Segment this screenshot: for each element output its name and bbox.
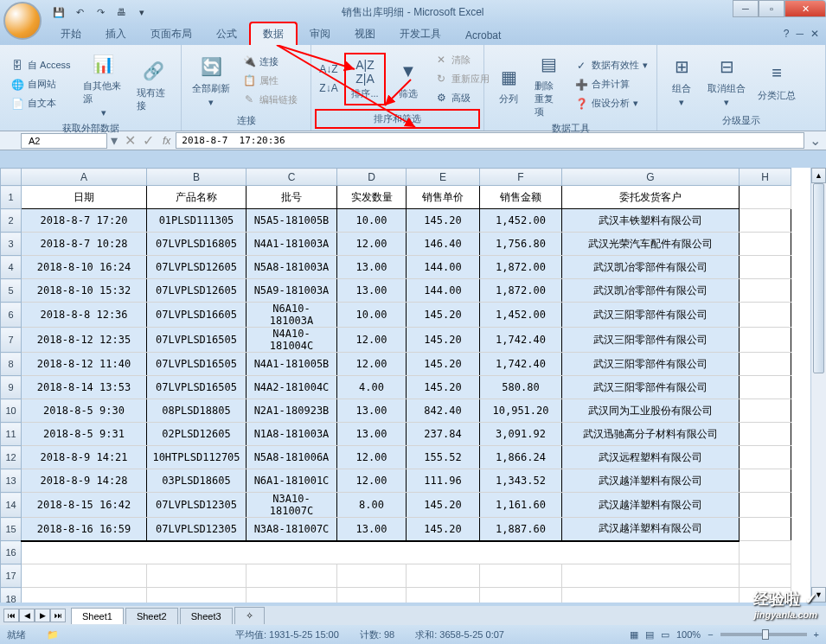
minimize-button[interactable]: ─ (733, 0, 759, 17)
zoom-in-button[interactable]: + (814, 629, 819, 640)
tab-home[interactable]: 开始 (48, 23, 93, 45)
editlink-icon: ✎ (242, 92, 256, 106)
tab-acrobat[interactable]: Acrobat (453, 26, 513, 45)
group-data-tools: 数据工具 (491, 120, 650, 137)
spreadsheet-grid[interactable]: A B C D E F G H 1 日期产品名称批号 实发数量销售单价销售金额 … (0, 168, 791, 603)
tab-nav-next[interactable]: ▶ (35, 609, 50, 622)
tab-formulas[interactable]: 公式 (204, 23, 249, 45)
help-icon[interactable]: ? (784, 28, 790, 40)
table-row[interactable]: 62018-8-8 12:3607LVPLSD16605N6A10-181003… (1, 303, 791, 328)
sort-az-button[interactable]: A↓Z (318, 61, 339, 78)
properties-button[interactable]: 📋属性 (239, 72, 301, 89)
maximize-button[interactable]: ▫ (759, 0, 784, 17)
data-validation-button[interactable]: ✓数据有效性 ▾ (571, 57, 651, 74)
tab-review[interactable]: 审阅 (298, 23, 343, 45)
existing-conn-button[interactable]: 🔗现有连接 (133, 55, 174, 114)
qat-more[interactable]: ▾ (133, 3, 150, 21)
tab-dev[interactable]: 开发工具 (387, 23, 453, 45)
table-row[interactable]: 42018-8-10 16:2407LVPLSD12605N5A8-181003… (1, 256, 791, 279)
scroll-thumb[interactable] (813, 183, 824, 373)
group-button[interactable]: ⊞组合▾ (664, 51, 699, 110)
col-header-C[interactable]: C (247, 169, 337, 186)
group-sort-filter: 排序和筛选 (315, 109, 480, 129)
col-header-G[interactable]: G (562, 169, 740, 186)
sort-button[interactable]: A|ZZ|A排序... (348, 56, 382, 102)
edit-links-button[interactable]: ✎编辑链接 (239, 91, 301, 108)
table-row[interactable]: 112018-8-5 9:3102PLSD12605N1A8-181003A13… (1, 423, 791, 446)
whatif-button[interactable]: ❓假设分析 ▾ (571, 95, 651, 112)
reapply-icon: ↻ (434, 72, 448, 86)
table-row[interactable]: 22018-8-7 17:2001PLSD111305N5A5-181005B1… (1, 209, 791, 233)
scroll-up-button[interactable]: ▲ (811, 168, 826, 183)
view-normal-icon[interactable]: ▦ (630, 629, 638, 641)
table-row[interactable]: 52018-8-10 15:3207LVPLSD12605N5A9-181003… (1, 279, 791, 303)
table-row[interactable]: 16 (1, 541, 791, 564)
filter-button[interactable]: ▼筛选 (391, 56, 426, 102)
qat-redo[interactable]: ↷ (92, 3, 109, 21)
col-header-H[interactable]: H (740, 169, 791, 186)
table-row[interactable]: 17 (1, 564, 791, 588)
table-row[interactable]: 152018-8-16 16:5907LVPLSD12305N3A8-18100… (1, 518, 791, 541)
consolidate-button[interactable]: ➕合并计算 (571, 76, 651, 93)
qat-undo[interactable]: ↶ (71, 3, 88, 21)
tab-nav-first[interactable]: ⏮ (3, 609, 19, 622)
connections-button[interactable]: 🔌连接 (239, 53, 301, 70)
zoom-out-button[interactable]: − (708, 629, 713, 640)
tab-nav-last[interactable]: ⏭ (50, 609, 66, 622)
minimize-ribbon-icon[interactable]: ─ (796, 28, 804, 40)
view-break-icon[interactable]: ▭ (661, 629, 669, 641)
from-web-button[interactable]: 🌐自网站 (7, 76, 74, 93)
ungroup-button[interactable]: ⊟取消组合▾ (704, 51, 749, 110)
sort-za-button[interactable]: Z↓A (318, 80, 339, 97)
select-all-corner[interactable] (1, 169, 22, 186)
table-row[interactable]: 32018-8-7 10:2807LVPLSD16805N4A1-181003A… (1, 233, 791, 256)
refresh-all-button[interactable]: 🔄全部刷新▾ (189, 51, 234, 110)
view-layout-icon[interactable]: ▤ (645, 629, 654, 641)
table-row[interactable]: 102018-8-5 9:3008PLSD18805N2A1-180923B13… (1, 399, 791, 423)
tab-insert[interactable]: 插入 (93, 23, 138, 45)
tab-layout[interactable]: 页面布局 (138, 23, 204, 45)
status-ready: 就绪 (7, 628, 26, 641)
qat-print[interactable]: 🖶 (112, 3, 130, 21)
tab-nav-prev[interactable]: ◀ (19, 609, 35, 622)
sheet-tab-1[interactable]: Sheet1 (71, 608, 124, 624)
qat-save[interactable]: 💾 (50, 3, 67, 21)
sheet-tab-3[interactable]: Sheet3 (180, 608, 233, 624)
table-row[interactable]: 72018-8-12 12:3507LVPLSD16505N4A10-18100… (1, 328, 791, 353)
other-sources-button[interactable]: 📊自其他来源▾ (80, 48, 129, 120)
web-icon: 🌐 (10, 78, 24, 92)
col-header-D[interactable]: D (337, 169, 407, 186)
col-header-E[interactable]: E (407, 169, 480, 186)
text-to-columns-button[interactable]: ▦分列 (491, 61, 526, 107)
whatif-icon: ❓ (574, 97, 588, 111)
col-header-F[interactable]: F (480, 169, 562, 186)
new-sheet-button[interactable]: ✧ (234, 607, 265, 624)
table-row[interactable]: 132018-8-9 14:2803PLSD18605N6A1-181001C1… (1, 469, 791, 493)
table-row[interactable]: 18 (1, 588, 791, 603)
col-header-B[interactable]: B (147, 169, 247, 186)
sheet-tab-2[interactable]: Sheet2 (125, 608, 178, 624)
subtotal-button[interactable]: ≡分类汇总 (754, 58, 799, 104)
zoom-slider[interactable] (720, 633, 807, 636)
table-row[interactable]: 82018-8-12 11:4007LVPLSD16505N4A1-181005… (1, 353, 791, 376)
remove-dup-button[interactable]: ▤删除重复项 (531, 48, 566, 120)
expand-formula-icon[interactable]: ⌄ (804, 132, 826, 149)
vertical-scrollbar[interactable]: ▲ ▼ (810, 168, 826, 603)
office-button[interactable] (3, 2, 42, 40)
table-row[interactable]: 92018-8-14 13:5307LVPLSD16505N4A2-181004… (1, 376, 791, 399)
table-row[interactable]: 142018-8-15 16:4207LVPLSD12305N3A10-1810… (1, 493, 791, 518)
tab-data[interactable]: 数据 (249, 22, 298, 45)
status-mode-icon: 📁 (47, 629, 59, 641)
tab-view[interactable]: 视图 (343, 23, 387, 45)
existing-conn-icon: 🔗 (140, 57, 168, 85)
from-text-button[interactable]: 📄自文本 (7, 95, 74, 112)
from-access-button[interactable]: 🗄自 Access (7, 57, 74, 74)
formula-bar[interactable] (176, 132, 804, 149)
zoom-level[interactable]: 100% (676, 629, 701, 640)
col-header-A[interactable]: A (22, 169, 147, 186)
doc-close-icon[interactable]: ✕ (810, 28, 819, 40)
adv-icon: ⚙ (434, 91, 448, 105)
close-button[interactable]: ✕ (784, 0, 826, 17)
table-header-row[interactable]: 1 日期产品名称批号 实发数量销售单价销售金额 委托发货客户 (1, 186, 791, 209)
table-row[interactable]: 122018-8-9 14:2110HTPLSD112705N5A8-18100… (1, 446, 791, 469)
